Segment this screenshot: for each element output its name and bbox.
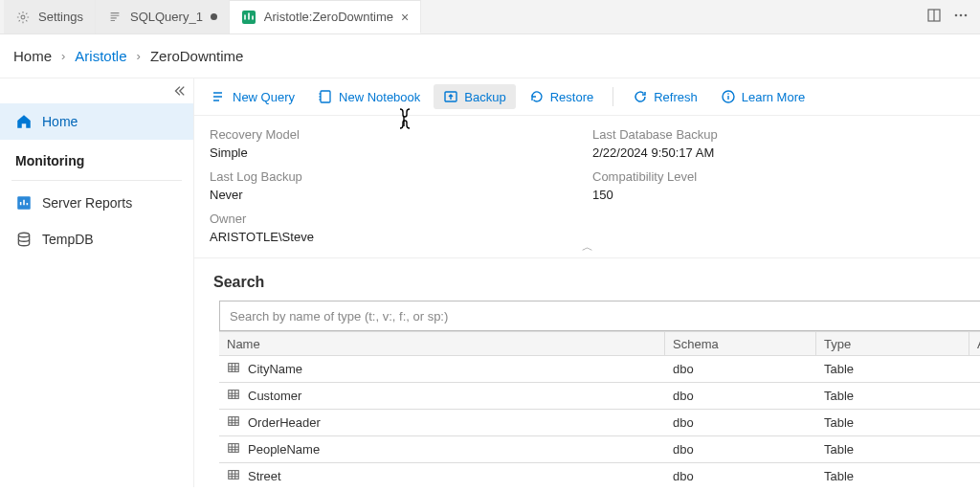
svg-rect-32 <box>229 444 239 453</box>
sidebar-heading: Monitoring <box>0 140 193 176</box>
objects-table: Name Schema Type A CityName dbo Table Cu… <box>219 331 980 487</box>
cell-name: OrderHeader <box>248 415 321 430</box>
property-panel: Recovery Model Simple Last Log Backup Ne… <box>194 116 980 258</box>
breadcrumb: Home › Aristotle › ZeroDowntime <box>0 34 980 78</box>
separator <box>612 87 613 106</box>
svg-point-6 <box>965 14 968 17</box>
svg-rect-9 <box>321 91 330 102</box>
search-input[interactable] <box>219 301 980 331</box>
table-header: Name Schema Type A <box>219 331 980 356</box>
cell-name: Street <box>248 469 281 483</box>
new-query-icon <box>212 89 227 104</box>
sidebar-item-label: TempDB <box>42 232 94 247</box>
collapse-sidebar-icon[interactable] <box>172 84 186 100</box>
breadcrumb-current: ZeroDowntime <box>150 48 244 64</box>
cell-schema: dbo <box>665 415 816 430</box>
cell-type: Table <box>816 415 969 430</box>
button-label: Learn More <box>742 90 805 104</box>
button-label: Restore <box>550 90 594 104</box>
split-editor-icon[interactable] <box>926 8 942 26</box>
sidebar-item-tempdb[interactable]: TempDB <box>0 221 193 257</box>
new-notebook-button[interactable]: New Notebook <box>308 84 430 109</box>
table-row[interactable]: OrderHeader dbo Table <box>219 410 980 436</box>
sql-file-icon <box>107 10 122 25</box>
svg-point-5 <box>960 14 963 17</box>
info-icon <box>721 89 736 104</box>
table-row[interactable]: PeopleName dbo Table <box>219 436 980 463</box>
collapse-panel-icon[interactable]: ︿ <box>563 235 612 259</box>
svg-point-4 <box>955 14 958 17</box>
col-actions[interactable]: A <box>969 332 980 355</box>
prop-label: Owner <box>210 210 592 228</box>
cell-name: CityName <box>248 362 302 376</box>
button-label: New Notebook <box>339 90 420 104</box>
tab-bar: Settings SQLQuery_1 Aristotle:ZeroDownti… <box>0 0 980 34</box>
more-icon[interactable] <box>953 8 969 26</box>
svg-point-8 <box>18 233 29 237</box>
reports-icon <box>15 194 33 212</box>
table-icon <box>227 441 240 458</box>
refresh-icon <box>633 89 648 104</box>
restore-icon <box>529 89 545 104</box>
prop-label: Recovery Model <box>210 125 592 144</box>
refresh-button[interactable]: Refresh <box>623 84 707 109</box>
dashboard-icon <box>241 10 256 25</box>
svg-point-16 <box>727 93 729 95</box>
prop-value: Simple <box>210 144 592 167</box>
cell-schema: dbo <box>665 469 816 483</box>
table-row[interactable]: Street dbo Table <box>219 463 980 487</box>
tab-aristotle-zerodowntime[interactable]: Aristotle:ZeroDowntime × <box>230 0 421 33</box>
notebook-icon <box>318 89 333 104</box>
table-icon <box>227 468 240 484</box>
cell-name: PeopleName <box>248 442 320 457</box>
table-icon <box>227 361 240 377</box>
table-row[interactable]: CityName dbo Table <box>219 356 980 383</box>
cell-type: Table <box>816 362 969 376</box>
col-name[interactable]: Name <box>219 332 665 355</box>
new-query-button[interactable]: New Query <box>202 84 304 109</box>
tab-label: Settings <box>38 10 83 24</box>
tab-sqlquery[interactable]: SQLQuery_1 <box>96 0 230 33</box>
prop-label: Last Database Backup <box>592 125 965 144</box>
button-label: Backup <box>464 90 505 104</box>
col-schema[interactable]: Schema <box>665 332 816 355</box>
chevron-right-icon: › <box>137 49 141 63</box>
breadcrumb-aristotle[interactable]: Aristotle <box>75 48 126 64</box>
search-section: Search Name Schema Type A CityName dbo T… <box>194 258 980 487</box>
cell-type: Table <box>816 469 969 483</box>
svg-rect-22 <box>229 391 239 399</box>
restore-button[interactable]: Restore <box>520 84 604 109</box>
cell-schema: dbo <box>665 442 816 457</box>
search-heading: Search <box>212 268 980 301</box>
tab-label: Aristotle:ZeroDowntime <box>264 10 393 24</box>
prop-value: 150 <box>592 186 965 210</box>
sidebar: Home Monitoring Server Reports TempDB <box>0 78 194 487</box>
col-type[interactable]: Type <box>816 332 969 355</box>
button-label: Refresh <box>654 90 698 104</box>
cell-type: Table <box>816 389 969 403</box>
divider <box>11 180 182 181</box>
backup-button[interactable]: Backup <box>434 84 515 109</box>
svg-rect-17 <box>229 364 239 372</box>
breadcrumb-home[interactable]: Home <box>13 48 52 64</box>
settings-icon <box>15 10 31 25</box>
table-icon <box>227 388 240 404</box>
chevron-right-icon: › <box>61 49 65 63</box>
prop-value: 2/22/2024 9:50:17 AM <box>592 144 965 167</box>
toolbar: New Query New Notebook Backup Restore <box>194 78 980 116</box>
database-icon <box>15 231 33 248</box>
table-icon <box>227 414 240 431</box>
prop-value: ARISTOTLE\Steve <box>210 228 592 252</box>
sidebar-item-home[interactable]: Home <box>0 103 193 140</box>
learn-more-button[interactable]: Learn More <box>711 84 814 109</box>
cell-schema: dbo <box>665 362 816 376</box>
dirty-indicator-icon <box>211 13 217 20</box>
sidebar-item-label: Home <box>42 114 78 129</box>
sidebar-item-server-reports[interactable]: Server Reports <box>0 185 193 221</box>
close-icon[interactable]: × <box>401 11 409 24</box>
tab-settings[interactable]: Settings <box>4 0 96 33</box>
svg-rect-27 <box>229 417 239 426</box>
tab-label: SQLQuery_1 <box>130 10 203 24</box>
prop-label: Last Log Backup <box>210 167 592 186</box>
table-row[interactable]: Customer dbo Table <box>219 383 980 410</box>
